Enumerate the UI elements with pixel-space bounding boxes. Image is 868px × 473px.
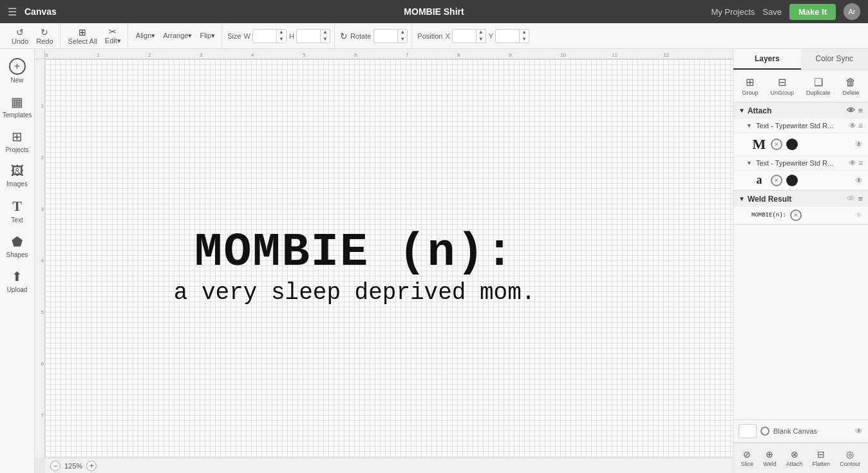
canvas-swatch[interactable] — [739, 424, 757, 438]
width-input[interactable] — [253, 30, 276, 43]
arrange-label: Arrange▾ — [163, 32, 192, 40]
zoom-level: 125% — [64, 462, 82, 470]
delete-button[interactable]: 🗑 Delete — [838, 74, 863, 98]
align-button[interactable]: Align▾ — [133, 30, 158, 41]
blank-canvas-radio[interactable] — [760, 427, 769, 436]
ruler-tick-6: 6 — [354, 52, 357, 59]
ruler-left: 1 2 3 4 5 6 7 — [35, 59, 45, 458]
hamburger-menu-icon[interactable]: ☰ — [8, 6, 17, 18]
x-up-arrow[interactable]: ▲ — [476, 29, 486, 36]
canvas-design: MOMBIE (n): a very sleep deprived mom. — [174, 227, 536, 309]
text-layer-2-preview[interactable]: a ✕ 👁 — [733, 171, 868, 190]
weld-preview[interactable]: MOMBIE(n): ✕ 👁 — [733, 207, 868, 224]
y-field-group: Y ▲ ▼ — [489, 29, 529, 43]
layer1-menu-icon[interactable]: ≡ — [858, 121, 863, 130]
weld-menu-icon[interactable]: ≡ — [858, 194, 863, 204]
layer2-eye-icon[interactable]: 👁 — [849, 159, 856, 168]
width-input-wrap: ▲ ▼ — [252, 29, 287, 43]
tab-layers[interactable]: Layers — [733, 49, 801, 70]
flatten-button[interactable]: ⊟ Flatten — [809, 447, 835, 469]
height-input[interactable] — [297, 30, 320, 43]
y-up-arrow[interactable]: ▲ — [520, 29, 529, 36]
y-spinner: ▲ ▼ — [519, 29, 529, 43]
my-projects-button[interactable]: My Projects — [711, 7, 755, 17]
attach-bottom-button[interactable]: ⊗ Attach — [782, 447, 807, 469]
width-field-group: W ▲ ▼ — [244, 29, 287, 43]
h-label: H — [289, 32, 294, 40]
panel-toolbar: ⊞ Group ⊟ UnGroup ❑ Duplicate 🗑 Delete — [733, 70, 868, 102]
layer2-actions: 👁 ≡ — [849, 159, 863, 168]
x-spinner: ▲ ▼ — [476, 29, 486, 43]
sidebar-item-projects[interactable]: ⊞ Projects — [2, 125, 33, 157]
arrange-button[interactable]: Arrange▾ — [160, 30, 194, 41]
blank-canvas-label: Blank Canvas — [773, 427, 817, 435]
width-down-arrow[interactable]: ▼ — [277, 36, 286, 43]
width-up-arrow[interactable]: ▲ — [277, 29, 286, 36]
rotate-input[interactable] — [374, 30, 397, 43]
rotate-group: ↻ Rotate ▲ ▼ — [336, 23, 412, 48]
attach-header[interactable]: ▼ Attach 👁 ≡ — [733, 102, 868, 119]
layer1-preview-eye[interactable]: 👁 — [855, 140, 863, 149]
attach-eye-icon[interactable]: 👁 — [847, 106, 855, 115]
attach-bottom-label: Attach — [786, 461, 803, 467]
height-up-arrow[interactable]: ▲ — [321, 29, 330, 36]
text-layer-1[interactable]: ▼ Text - Typewriter Std R... 👁 ≡ — [733, 119, 868, 133]
zoom-out-button[interactable]: − — [50, 461, 61, 471]
edit-button[interactable]: ✂ Edit▾ — [102, 25, 124, 46]
sidebar-item-text[interactable]: T Text — [2, 194, 33, 227]
right-panel: Layers Color Sync ⊞ Group ⊟ UnGroup ❑ Du… — [733, 49, 868, 473]
height-down-arrow[interactable]: ▼ — [321, 36, 330, 43]
templates-icon: ▦ — [11, 94, 23, 110]
images-icon: 🖼 — [11, 164, 24, 179]
weld-eye-icon[interactable]: 👁 — [847, 194, 855, 204]
text-layer-1-preview[interactable]: M ✕ 👁 — [733, 133, 868, 156]
weld-result-header[interactable]: ▼ Weld Result 👁 ≡ — [733, 191, 868, 207]
flip-label: Flip▾ — [200, 32, 215, 40]
layer2-menu-icon[interactable]: ≡ — [858, 159, 863, 168]
save-button[interactable]: Save — [762, 7, 782, 17]
sidebar-item-new[interactable]: + New — [2, 54, 33, 88]
duplicate-button[interactable]: ❑ Duplicate — [802, 74, 835, 98]
undo-button[interactable]: ↺ Undo — [9, 26, 31, 46]
x-down-arrow[interactable]: ▼ — [476, 36, 486, 43]
sidebar-text-label: Text — [11, 217, 23, 224]
flip-button[interactable]: Flip▾ — [197, 30, 218, 41]
sidebar-item-upload[interactable]: ⬆ Upload — [2, 265, 33, 297]
x-input[interactable] — [453, 30, 476, 43]
sidebar-item-images[interactable]: 🖼 Images — [2, 160, 33, 191]
layer1-eye-icon[interactable]: 👁 — [849, 121, 856, 130]
layer2-preview-eye[interactable]: 👁 — [855, 176, 863, 185]
undo-icon: ↺ — [16, 27, 24, 37]
weld-preview-eye[interactable]: 👁 — [855, 211, 863, 220]
y-down-arrow[interactable]: ▼ — [520, 36, 529, 43]
x-label: X — [445, 32, 449, 40]
rotate-down-arrow[interactable]: ▼ — [398, 36, 407, 43]
group-button[interactable]: ⊞ Group — [738, 74, 762, 98]
zoom-in-button[interactable]: + — [86, 461, 97, 471]
sidebar-item-shapes[interactable]: ⬟ Shapes — [2, 230, 33, 262]
text-layer-2[interactable]: ▼ Text - Typewriter Std R... 👁 ≡ — [733, 156, 868, 171]
layer1-chevron: ▼ — [746, 122, 752, 129]
avatar[interactable]: Ar — [844, 3, 860, 20]
rotate-up-arrow[interactable]: ▲ — [398, 29, 407, 36]
layer2-chevron: ▼ — [746, 160, 752, 166]
sidebar-item-templates[interactable]: ▦ Templates — [2, 90, 33, 122]
canvas-container[interactable]: 0 1 2 3 4 5 6 7 8 9 10 11 12 1 2 3 4 — [35, 49, 733, 473]
attach-icon: ⊗ — [791, 449, 798, 459]
attach-menu-icon[interactable]: ≡ — [858, 106, 863, 115]
redo-button[interactable]: ↻ Redo — [33, 26, 55, 46]
ungroup-button[interactable]: ⊟ UnGroup — [766, 74, 798, 98]
blank-canvas-eye[interactable]: 👁 — [855, 427, 863, 436]
select-all-button[interactable]: ⊞ Select All — [66, 26, 100, 46]
upload-icon: ⬆ — [12, 269, 23, 284]
main-toolbar: ↺ Undo ↻ Redo ⊞ Select All ✂ Edit▾ Align… — [0, 23, 868, 49]
layer1-fill-circle — [786, 139, 798, 150]
layers-content: ▼ Attach 👁 ≡ ▼ Text - Typewriter Std R..… — [733, 102, 868, 420]
zoom-bar: − 125% + — [45, 458, 733, 473]
y-input[interactable] — [496, 30, 519, 43]
slice-button[interactable]: ⊘ Slice — [737, 447, 758, 469]
make-it-button[interactable]: Make It — [789, 4, 836, 20]
contour-button[interactable]: ◎ Contour — [836, 447, 864, 469]
tab-color-sync[interactable]: Color Sync — [801, 49, 869, 70]
weld-button[interactable]: ⊕ Weld — [759, 447, 780, 469]
